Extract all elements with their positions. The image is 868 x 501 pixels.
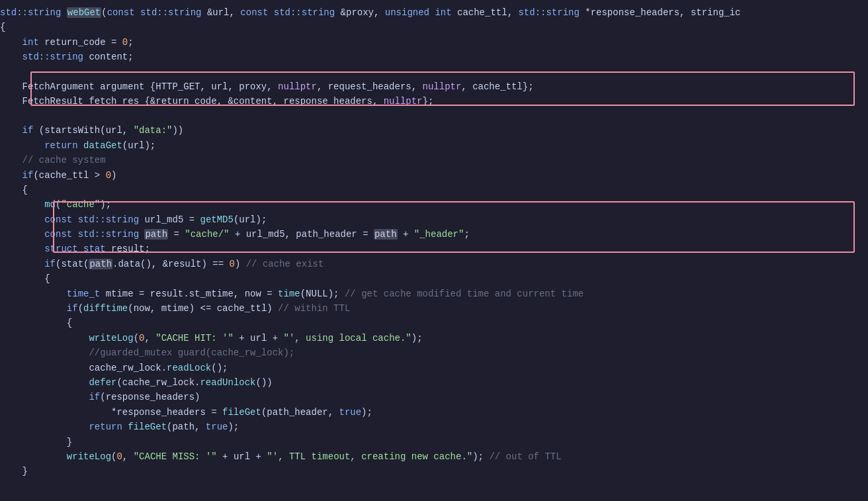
token-kw: return: [89, 422, 128, 432]
token-plain: +: [398, 229, 414, 240]
token-plain: }: [22, 466, 28, 477]
token-fn: md: [44, 199, 56, 210]
code-line: {: [0, 20, 868, 34]
token-comment: // cache system: [22, 155, 106, 165]
token-plain: (startsWith(url,: [39, 125, 134, 136]
highlighted-token: path: [144, 229, 168, 240]
line-content: const std::string path = "cache/" + url_…: [0, 227, 857, 242]
token-fn: difftime: [83, 303, 128, 314]
code-line: {: [0, 271, 868, 286]
token-str: "cache/": [185, 229, 229, 240]
token-plain: FetchResult fetch_res {&return_code, &co…: [22, 96, 384, 107]
line-content: {: [0, 20, 857, 34]
code-line: std::string webGet(const std::string &ur…: [0, 5, 868, 20]
highlighted-token: webGet: [67, 7, 101, 18]
code-line: //guarded_mutex guard(cache_rw_lock);: [0, 345, 868, 360]
code-line: writeLog(0, "CACHE HIT: '" + url + "', u…: [0, 331, 868, 345]
token-type: std::string: [518, 7, 585, 18]
token-plain: {: [22, 185, 28, 195]
line-content: if(cache_ttl > 0): [0, 168, 857, 183]
line-content: return dataGet(url);: [0, 138, 857, 153]
token-plain: , request_headers,: [317, 81, 423, 92]
token-type: std::string: [22, 52, 89, 62]
token-fn: getMD5: [200, 214, 233, 225]
token-fn: dataGet: [83, 140, 122, 151]
token-plain: )): [172, 125, 183, 136]
token-plain: ,: [122, 451, 134, 462]
code-line: if(cache_ttl > 0): [0, 168, 868, 183]
token-plain: *response_headers, string_ic: [585, 7, 740, 18]
token-plain: (: [78, 303, 83, 314]
token-plain: ();: [211, 363, 228, 373]
line-content: int return_code = 0;: [0, 35, 857, 50]
token-plain: (url);: [234, 214, 267, 225]
token-plain: };: [423, 96, 434, 107]
code-line: defer(cache_rw_lock.readUnlock()): [0, 375, 868, 390]
token-plain: + url +: [234, 333, 284, 343]
token-plain: &proxy,: [341, 7, 385, 18]
token-plain: .data(), &result) ==: [112, 259, 229, 269]
token-comment: // cache exist: [246, 259, 324, 269]
code-line: int return_code = 0;: [0, 35, 868, 50]
token-type: std::string: [274, 7, 341, 18]
token-plain: ,: [144, 333, 155, 343]
token-plain: }: [67, 437, 72, 447]
line-content: // cache system: [0, 153, 857, 167]
token-str: "', using local cache.": [284, 333, 412, 343]
token-num: 0: [106, 170, 111, 181]
token-comment: // within TTL: [278, 303, 350, 314]
code-line: // cache system: [0, 153, 868, 167]
token-comment: //guarded_mutex guard(cache_rw_lock);: [89, 347, 294, 358]
line-content: std::string webGet(const std::string &ur…: [0, 5, 857, 20]
token-plain: result;: [111, 244, 150, 254]
line-content: {: [0, 271, 857, 286]
token-kw: const: [240, 7, 273, 18]
token-plain: );: [361, 407, 372, 418]
token-kw: const: [44, 214, 77, 225]
token-fn: writeLog: [67, 451, 111, 462]
token-type: std::string: [140, 7, 207, 18]
token-plain: ;: [128, 37, 133, 48]
token-num: 0: [230, 259, 235, 269]
token-kw: true: [206, 422, 228, 432]
line-content: writeLog(0, "CACHE HIT: '" + url + "', u…: [0, 331, 857, 345]
code-lines: std::string webGet(const std::string &ur…: [0, 5, 868, 479]
token-str: "data:": [134, 125, 173, 136]
token-plain: =: [168, 229, 185, 240]
line-content: }: [0, 464, 857, 478]
code-editor: std::string webGet(const std::string &ur…: [0, 0, 868, 501]
token-plain: (NULL);: [300, 289, 345, 299]
token-plain: (path_header,: [261, 407, 339, 418]
line-content: md("cache");: [0, 197, 857, 212]
token-str: "cache": [61, 199, 100, 210]
token-type: std::string: [78, 229, 145, 240]
token-plain: (: [101, 7, 107, 18]
code-line: cache_rw_lock.readLock();: [0, 361, 868, 375]
line-content: std::string content;: [0, 50, 857, 64]
line-content: }: [0, 435, 857, 449]
token-fn: fileGet: [128, 422, 167, 432]
token-type: unsigned int: [385, 7, 457, 18]
token-plain: );: [228, 422, 239, 432]
token-fn: writeLog: [89, 333, 133, 343]
token-plain: &url,: [207, 7, 240, 18]
code-line: std::string content;: [0, 50, 868, 64]
token-plain: (url);: [122, 140, 155, 151]
line-content: writeLog(0, "CACHE MISS: '" + url + "', …: [0, 449, 857, 464]
code-line: {: [0, 316, 868, 330]
line-content: FetchResult fetch_res {&return_code, &co…: [0, 94, 857, 109]
token-fn: readUnlock: [200, 377, 255, 388]
token-plain: (cache_rw_lock.: [116, 377, 200, 388]
code-line: if (startsWith(url, "data:")): [0, 123, 868, 138]
token-kw: if: [67, 303, 78, 314]
token-fn: readLock: [167, 363, 211, 373]
token-comment: // out of TTL: [489, 451, 561, 462]
line-content: if(difftime(now, mtime) <= cache_ttl) //…: [0, 301, 857, 316]
token-plain: , cache_ttl};: [461, 81, 533, 92]
token-kw: const: [44, 229, 77, 240]
code-line: writeLog(0, "CACHE MISS: '" + url + "', …: [0, 449, 868, 464]
code-line: FetchResult fetch_res {&return_code, &co…: [0, 94, 868, 109]
code-line: struct stat result;: [0, 242, 868, 256]
token-plain: mtime = result.st_mtime, now =: [106, 289, 278, 299]
token-type: stat: [83, 244, 111, 254]
